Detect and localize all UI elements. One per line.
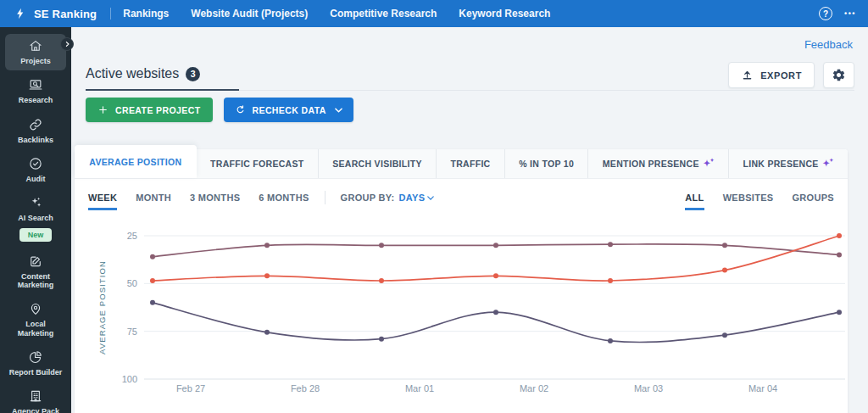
brand[interactable]: SE Ranking xyxy=(14,6,97,21)
nav-item-website-audit-projects[interactable]: Website Audit (Projects) xyxy=(191,8,308,20)
websites-count-badge: 3 xyxy=(186,67,200,81)
series-point-website-1[interactable] xyxy=(493,243,498,248)
group-by-select[interactable]: DAYS xyxy=(399,193,435,203)
bolt-logo-icon xyxy=(14,6,27,21)
more-menu-icon[interactable]: ••• xyxy=(844,9,856,18)
header-actions: EXPORT xyxy=(728,62,854,88)
scope-filters: ALLWEBSITESGROUPS xyxy=(685,185,834,210)
series-point-website-3[interactable] xyxy=(264,330,270,335)
nav-divider xyxy=(110,8,111,20)
sidebar-item-label: AI Search xyxy=(18,214,53,222)
recheck-data-button[interactable]: RECHECK DATA xyxy=(224,98,353,122)
scope-groups[interactable]: GROUPS xyxy=(793,185,834,210)
sidebar-item-label: Report Builder xyxy=(9,368,63,377)
metrics-card: AVERAGE POSITIONTRAFFIC FORECASTSEARCH V… xyxy=(75,149,848,413)
sidebar-item-label: Agency Pack xyxy=(12,407,59,413)
tab-label: SEARCH VISIBILITY xyxy=(332,159,421,169)
settings-button[interactable] xyxy=(823,62,854,88)
create-project-button[interactable]: CREATE PROJECT xyxy=(86,98,213,122)
chevron-down-icon xyxy=(427,196,434,200)
filter-divider xyxy=(325,191,326,204)
nav-item-rankings[interactable]: Rankings xyxy=(123,8,169,20)
sidebar-item-projects[interactable]: Projects xyxy=(5,34,66,70)
help-icon[interactable]: ? xyxy=(819,7,832,20)
sidebar-item-audit[interactable]: Audit xyxy=(5,152,66,188)
series-point-website-3[interactable] xyxy=(379,337,384,342)
tab-mention-presence[interactable]: MENTION PRESENCE✦✦ xyxy=(588,149,729,178)
top-navbar: SE Ranking RankingsWebsite Audit (Projec… xyxy=(0,0,868,27)
pin-icon xyxy=(28,301,43,316)
export-button[interactable]: EXPORT xyxy=(728,62,815,88)
tab-link-presence[interactable]: LINK PRESENCE✦✦ xyxy=(729,149,848,178)
range-6-months[interactable]: 6 MONTHS xyxy=(259,185,309,210)
series-point-website-1[interactable] xyxy=(264,243,270,248)
tab-in-top-10[interactable]: % IN TOP 10 xyxy=(505,149,589,178)
x-tick-label: Mar 02 xyxy=(520,383,548,393)
active-websites-tab[interactable]: Active websites 3 xyxy=(86,66,239,91)
series-point-website-2[interactable] xyxy=(379,278,384,283)
x-tick-label: Feb 27 xyxy=(176,383,205,393)
chevron-right-icon xyxy=(64,41,70,47)
series-point-website-1[interactable] xyxy=(722,243,727,248)
gear-icon xyxy=(832,68,846,82)
tab-label: LINK PRESENCE xyxy=(743,159,818,169)
series-point-website-2[interactable] xyxy=(722,268,727,273)
brand-name: SE Ranking xyxy=(34,8,97,20)
page-title: Active websites xyxy=(86,66,179,81)
sidebar-item-content-marketing[interactable]: Content Marketing xyxy=(5,249,66,295)
sidebar-item-label: Audit xyxy=(26,175,46,183)
group-by-value: DAYS xyxy=(399,193,426,203)
feedback-link[interactable]: Feedback xyxy=(804,38,853,51)
sidebar-item-ai-search[interactable]: AI SearchNew xyxy=(5,191,66,246)
tab-search-visibility[interactable]: SEARCH VISIBILITY xyxy=(319,149,437,178)
series-point-website-1[interactable] xyxy=(608,242,613,247)
link-icon xyxy=(28,117,43,132)
pie-icon xyxy=(28,349,43,365)
nav-item-competitive-research[interactable]: Competitive Research xyxy=(330,8,437,20)
new-badge: New xyxy=(19,228,53,242)
series-point-website-3[interactable] xyxy=(608,338,613,343)
series-point-website-1[interactable] xyxy=(837,253,842,258)
range-month[interactable]: MONTH xyxy=(136,185,171,210)
series-point-website-2[interactable] xyxy=(608,278,613,283)
series-point-website-1[interactable] xyxy=(379,243,384,248)
action-row: CREATE PROJECT RECHECK DATA xyxy=(86,98,353,122)
sparkle-icon: ✦✦ xyxy=(704,159,715,168)
series-point-website-3[interactable] xyxy=(722,332,727,338)
group-by-label: GROUP BY: xyxy=(341,193,395,203)
scope-all[interactable]: ALL xyxy=(685,185,704,210)
series-point-website-1[interactable] xyxy=(150,254,155,260)
filter-row: WEEKMONTH3 MONTHS6 MONTHS GROUP BY: DAYS… xyxy=(75,179,848,216)
research-icon xyxy=(28,77,43,92)
series-point-website-3[interactable] xyxy=(837,310,842,315)
sidebar-expand-button[interactable] xyxy=(60,37,74,51)
series-point-website-3[interactable] xyxy=(150,300,155,305)
x-tick-label: Mar 01 xyxy=(405,383,434,393)
scope-websites[interactable]: WEBSITES xyxy=(723,185,774,210)
sidebar-item-research[interactable]: Research xyxy=(5,73,66,109)
series-point-website-3[interactable] xyxy=(493,310,498,315)
series-point-website-2[interactable] xyxy=(264,273,270,278)
tab-traffic[interactable]: TRAFFIC xyxy=(437,149,505,178)
sidebar-item-agency-pack[interactable]: Agency Pack xyxy=(5,384,66,413)
sidebar-item-backlinks[interactable]: Backlinks xyxy=(5,113,66,149)
tab-traffic-forecast[interactable]: TRAFFIC FORECAST xyxy=(197,149,319,178)
range-week[interactable]: WEEK xyxy=(88,185,117,210)
sparkle-icon: ✦✦ xyxy=(823,159,834,168)
sidebar-item-label: Research xyxy=(19,96,53,104)
sidebar-item-local-marketing[interactable]: Local Marketing xyxy=(5,297,66,343)
range-3-months[interactable]: 3 MONTHS xyxy=(190,185,240,210)
sidebar-item-report-builder[interactable]: Report Builder xyxy=(5,345,66,382)
date-range-filters: WEEKMONTH3 MONTHS6 MONTHS xyxy=(88,185,309,210)
tab-average-position[interactable]: AVERAGE POSITION xyxy=(75,145,197,178)
create-project-label: CREATE PROJECT xyxy=(115,105,201,115)
tab-label: MENTION PRESENCE xyxy=(603,159,699,169)
x-tick-label: Mar 03 xyxy=(634,383,663,393)
series-point-website-2[interactable] xyxy=(150,278,155,283)
y-tick-label: 50 xyxy=(127,278,137,288)
tab-label: TRAFFIC FORECAST xyxy=(210,159,303,169)
nav-item-keyword-research[interactable]: Keyword Research xyxy=(459,8,550,20)
series-point-website-2[interactable] xyxy=(493,273,498,278)
y-tick-label: 100 xyxy=(122,374,137,384)
series-point-website-2[interactable] xyxy=(837,233,842,238)
